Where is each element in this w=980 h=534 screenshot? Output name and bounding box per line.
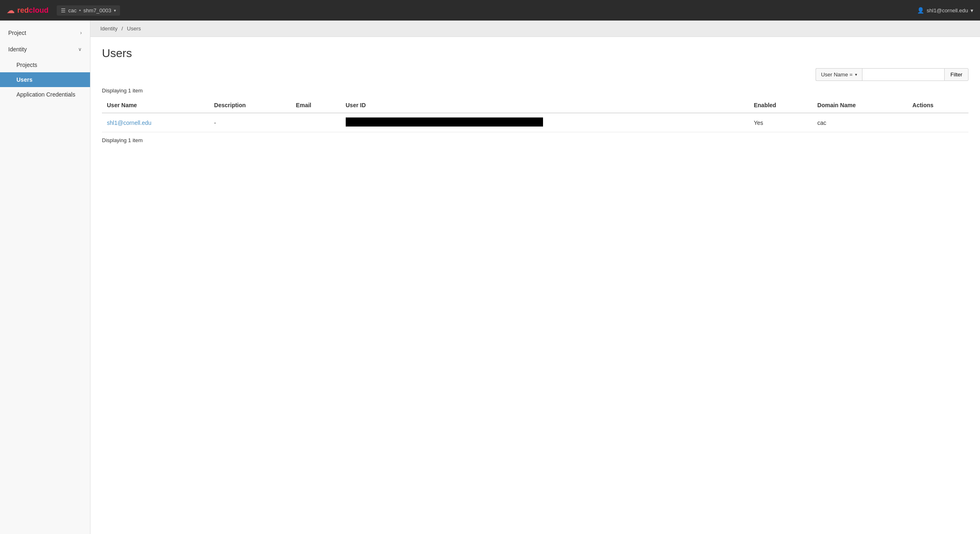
chevron-right-icon: › bbox=[80, 30, 82, 36]
sidebar-projects-label: Projects bbox=[16, 62, 37, 68]
col-header-actions: Actions bbox=[908, 98, 968, 113]
user-icon: 👤 bbox=[917, 7, 924, 14]
user-email: shl1@cornell.edu bbox=[927, 7, 968, 14]
cell-actions bbox=[908, 113, 968, 132]
top-navigation: ☁ redcloud ☰ cac • shm7_0003 ▾ 👤 shl1@co… bbox=[0, 0, 980, 21]
dot-separator: • bbox=[79, 7, 81, 14]
sidebar-item-projects[interactable]: Projects bbox=[0, 58, 90, 72]
project-icon: ☰ bbox=[61, 7, 66, 14]
cell-userid bbox=[341, 113, 749, 132]
filter-input[interactable] bbox=[862, 68, 944, 81]
sidebar-users-label: Users bbox=[16, 76, 32, 83]
display-count-top: Displaying 1 item bbox=[102, 87, 968, 94]
cell-domain: cac bbox=[812, 113, 907, 132]
layout: Project › Identity ∨ Projects Users Appl… bbox=[0, 21, 980, 534]
sidebar-item-users[interactable]: Users bbox=[0, 72, 90, 87]
breadcrumb-current: Users bbox=[127, 25, 141, 32]
filter-button[interactable]: Filter bbox=[944, 68, 968, 81]
sidebar: Project › Identity ∨ Projects Users Appl… bbox=[0, 21, 90, 534]
project-selector[interactable]: ☰ cac • shm7_0003 ▾ bbox=[57, 5, 120, 16]
cell-email bbox=[291, 113, 341, 132]
cloud-icon: ☁ bbox=[7, 5, 15, 15]
cell-enabled: Yes bbox=[749, 113, 813, 132]
breadcrumb-separator: / bbox=[122, 25, 123, 32]
filter-dropdown[interactable]: User Name = ▾ bbox=[816, 68, 862, 81]
filter-bar: User Name = ▾ Filter bbox=[102, 68, 968, 81]
page-title: Users bbox=[102, 47, 968, 60]
chevron-down-icon: ▾ bbox=[114, 8, 116, 13]
breadcrumb: Identity / Users bbox=[90, 21, 980, 37]
table-header-row: User Name Description Email User ID Enab… bbox=[102, 98, 968, 113]
chevron-down-icon: ▾ bbox=[971, 7, 973, 14]
user-menu[interactable]: 👤 shl1@cornell.edu ▾ bbox=[917, 7, 973, 14]
sidebar-app-credentials-label: Application Credentials bbox=[16, 91, 75, 98]
chevron-down-icon: ∨ bbox=[78, 46, 82, 52]
top-nav-left: ☁ redcloud ☰ cac • shm7_0003 ▾ bbox=[7, 5, 120, 16]
redacted-user-id bbox=[346, 117, 543, 127]
page-body: Users User Name = ▾ Filter Displaying 1 … bbox=[90, 37, 980, 157]
col-header-description: Description bbox=[209, 98, 291, 113]
sidebar-item-project[interactable]: Project › bbox=[0, 25, 90, 41]
table-row: shl1@cornell.edu - Yes cac bbox=[102, 113, 968, 132]
sidebar-item-application-credentials[interactable]: Application Credentials bbox=[0, 87, 90, 102]
filter-label: User Name = bbox=[821, 71, 853, 78]
sidebar-item-identity[interactable]: Identity ∨ bbox=[0, 41, 90, 58]
project-label: cac bbox=[68, 7, 76, 14]
logo[interactable]: ☁ redcloud bbox=[7, 5, 49, 15]
display-count-bottom: Displaying 1 item bbox=[102, 137, 968, 143]
sidebar-project-label: Project bbox=[8, 30, 26, 36]
cell-description: - bbox=[209, 113, 291, 132]
col-header-domain: Domain Name bbox=[812, 98, 907, 113]
breadcrumb-identity-link[interactable]: Identity bbox=[100, 25, 118, 32]
col-header-email: Email bbox=[291, 98, 341, 113]
logo-text: redcloud bbox=[17, 6, 49, 15]
sidebar-identity-label: Identity bbox=[8, 46, 27, 53]
project-name: shm7_0003 bbox=[83, 7, 111, 14]
user-name-link[interactable]: shl1@cornell.edu bbox=[107, 120, 151, 126]
users-table: User Name Description Email User ID Enab… bbox=[102, 98, 968, 132]
chevron-down-icon: ▾ bbox=[855, 72, 857, 77]
col-header-enabled: Enabled bbox=[749, 98, 813, 113]
cell-username: shl1@cornell.edu bbox=[102, 113, 209, 132]
main-content: Identity / Users Users User Name = ▾ Fil… bbox=[90, 21, 980, 534]
col-header-username: User Name bbox=[102, 98, 209, 113]
col-header-userid: User ID bbox=[341, 98, 749, 113]
